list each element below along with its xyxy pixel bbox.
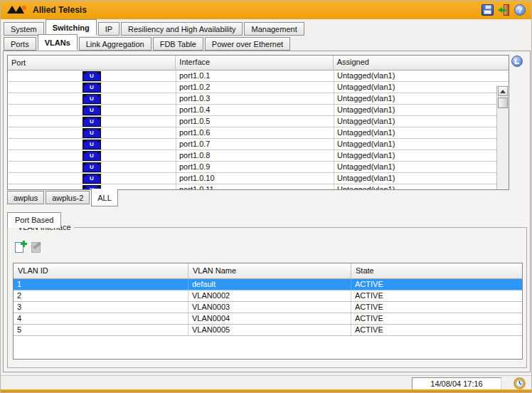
port-icon: U bbox=[83, 174, 101, 184]
port-row[interactable]: U port1.0.3 Untagged(vlan1) bbox=[8, 93, 509, 105]
switching-sub-tabs: Ports VLANs Link Aggregation FDB Table P… bbox=[4, 36, 292, 51]
interface-cell: port1.0.9 bbox=[176, 162, 334, 172]
col-header-assigned: Assigned bbox=[334, 56, 509, 70]
interface-cell: port1.0.6 bbox=[176, 127, 334, 138]
vlan-row-selected[interactable]: 1 default ACTIVE bbox=[14, 279, 522, 290]
vlan-state-cell: ACTIVE bbox=[351, 313, 522, 324]
tab-all[interactable]: ALL bbox=[91, 189, 118, 206]
tab-ip[interactable]: IP bbox=[98, 22, 119, 36]
port-row[interactable]: U port1.0.5 Untagged(vlan1) bbox=[8, 116, 509, 127]
vlan-toolbar bbox=[15, 241, 42, 253]
statusbar: 14/08/04 17:16 bbox=[1, 375, 532, 391]
assigned-cell: Untagged(vlan1) bbox=[334, 93, 498, 104]
port-icon: U bbox=[83, 140, 101, 150]
vlan-name-cell: VLAN0003 bbox=[188, 302, 351, 313]
tab-ports[interactable]: Ports bbox=[4, 37, 36, 51]
col-header-vlan-name: VLAN Name bbox=[188, 263, 351, 279]
vlan-name-cell: VLAN0002 bbox=[188, 290, 351, 301]
clock-icon bbox=[514, 377, 526, 389]
scroll-up-button[interactable] bbox=[498, 86, 508, 96]
vlan-row[interactable]: 3 VLAN0003 ACTIVE bbox=[14, 302, 522, 313]
clock-hands-icon bbox=[515, 59, 519, 64]
stack-member-tabs: awplus awplus-2 ALL bbox=[7, 191, 119, 206]
port-row[interactable]: U port1.0.2 Untagged(vlan1) bbox=[8, 82, 509, 93]
port-icon: U bbox=[83, 71, 101, 81]
port-row[interactable]: U port1.0.11 Untagged(vlan1) bbox=[8, 184, 509, 189]
assigned-cell: Untagged(vlan1) bbox=[334, 70, 498, 81]
port-row[interactable]: U port1.0.4 Untagged(vlan1) bbox=[8, 105, 509, 116]
interface-cell: port1.0.1 bbox=[176, 70, 334, 81]
vlan-name-cell: default bbox=[188, 279, 351, 290]
window-bottom-edge bbox=[1, 389, 532, 392]
col-header-state: State bbox=[351, 263, 522, 279]
col-header-port: Port bbox=[8, 56, 176, 70]
add-vlan-icon[interactable] bbox=[15, 241, 26, 253]
port-row[interactable]: U port1.0.7 Untagged(vlan1) bbox=[8, 139, 509, 150]
interface-cell: port1.0.10 bbox=[176, 173, 334, 184]
vlan-id-cell: 1 bbox=[14, 279, 188, 290]
port-icon: U bbox=[83, 117, 101, 127]
vlan-name-cell: VLAN0005 bbox=[188, 325, 351, 335]
tab-switching[interactable]: Switching bbox=[46, 19, 97, 36]
tab-port-based[interactable]: Port Based bbox=[7, 212, 61, 228]
port-row[interactable]: U port1.0.1 Untagged(vlan1) bbox=[8, 70, 509, 82]
assigned-cell: Untagged(vlan1) bbox=[334, 105, 498, 115]
port-table-scrollbar[interactable] bbox=[496, 85, 509, 189]
assigned-cell: Untagged(vlan1) bbox=[334, 173, 498, 184]
interface-cell: port1.0.5 bbox=[176, 116, 334, 127]
port-row[interactable]: U port1.0.6 Untagged(vlan1) bbox=[8, 127, 509, 139]
port-row[interactable]: U port1.0.9 Untagged(vlan1) bbox=[8, 162, 509, 173]
port-icon: U bbox=[83, 94, 101, 104]
port-row[interactable]: U port1.0.10 Untagged(vlan1) bbox=[8, 173, 509, 184]
edit-vlan-icon-disabled[interactable] bbox=[31, 241, 42, 253]
vlan-row[interactable]: 5 VLAN0005 ACTIVE bbox=[14, 325, 522, 336]
application-window: Allied Telesis ? System Switching IP Res… bbox=[0, 0, 532, 393]
port-row[interactable]: U port1.0.8 Untagged(vlan1) bbox=[8, 150, 509, 162]
tab-vlans[interactable]: VLANs bbox=[38, 34, 78, 51]
assigned-cell: Untagged(vlan1) bbox=[334, 184, 498, 189]
assigned-cell: Untagged(vlan1) bbox=[334, 150, 498, 161]
port-icon: U bbox=[83, 151, 101, 161]
tab-power-over-ethernet[interactable]: Power over Ethernet bbox=[205, 37, 290, 51]
vlan-state-cell: ACTIVE bbox=[351, 279, 522, 290]
app-title: Allied Telesis bbox=[33, 5, 482, 15]
polling-clock-button[interactable] bbox=[511, 56, 523, 67]
vlan-table: VLAN ID VLAN Name State 1 default ACTIVE… bbox=[13, 263, 523, 360]
vlan-state-cell: ACTIVE bbox=[351, 302, 522, 313]
scrollbar-thumb[interactable] bbox=[498, 98, 508, 108]
vlan-id-cell: 5 bbox=[14, 325, 188, 335]
tab-awplus-2[interactable]: awplus-2 bbox=[46, 191, 90, 204]
interface-cell: port1.0.7 bbox=[176, 139, 334, 150]
col-header-interface: Interface bbox=[176, 56, 333, 70]
save-icon[interactable] bbox=[482, 4, 494, 16]
tab-link-aggregation[interactable]: Link Aggregation bbox=[79, 37, 151, 51]
vlan-row[interactable]: 4 VLAN0004 ACTIVE bbox=[14, 313, 522, 325]
assigned-cell: Untagged(vlan1) bbox=[334, 116, 498, 127]
port-table-header: Port Interface Assigned bbox=[8, 56, 509, 70]
triangle-up-icon bbox=[500, 90, 506, 93]
vlan-table-header: VLAN ID VLAN Name State bbox=[14, 263, 522, 279]
vlan-id-cell: 2 bbox=[14, 290, 188, 301]
interface-cell: port1.0.4 bbox=[176, 105, 334, 115]
assigned-cell: Untagged(vlan1) bbox=[334, 139, 498, 150]
help-icon[interactable]: ? bbox=[514, 4, 526, 16]
col-header-vlan-id: VLAN ID bbox=[14, 263, 188, 279]
vlan-state-cell: ACTIVE bbox=[351, 290, 522, 301]
allied-telesis-logo-icon bbox=[6, 5, 28, 15]
vlan-row[interactable]: 2 VLAN0002 ACTIVE bbox=[14, 290, 522, 302]
vlan-interface-groupbox: VLAN Interface VLAN ID VLAN Name State 1… bbox=[7, 227, 527, 368]
logout-door-icon[interactable] bbox=[498, 4, 510, 16]
port-icon: U bbox=[83, 162, 101, 172]
interface-cell: port1.0.2 bbox=[176, 82, 334, 93]
tab-resiliency[interactable]: Resiliency and High Availability bbox=[121, 22, 243, 36]
tab-fdb-table[interactable]: FDB Table bbox=[153, 37, 203, 51]
main-nav-tabs: System Switching IP Resiliency and High … bbox=[4, 21, 306, 36]
vlan-id-cell: 3 bbox=[14, 302, 188, 313]
titlebar: Allied Telesis ? bbox=[1, 1, 531, 19]
tab-management[interactable]: Management bbox=[244, 22, 304, 36]
tab-awplus[interactable]: awplus bbox=[7, 191, 44, 204]
assigned-cell: Untagged(vlan1) bbox=[334, 162, 498, 172]
interface-cell: port1.0.8 bbox=[176, 150, 334, 161]
interface-cell: port1.0.11 bbox=[176, 184, 334, 189]
port-icon: U bbox=[83, 83, 101, 93]
